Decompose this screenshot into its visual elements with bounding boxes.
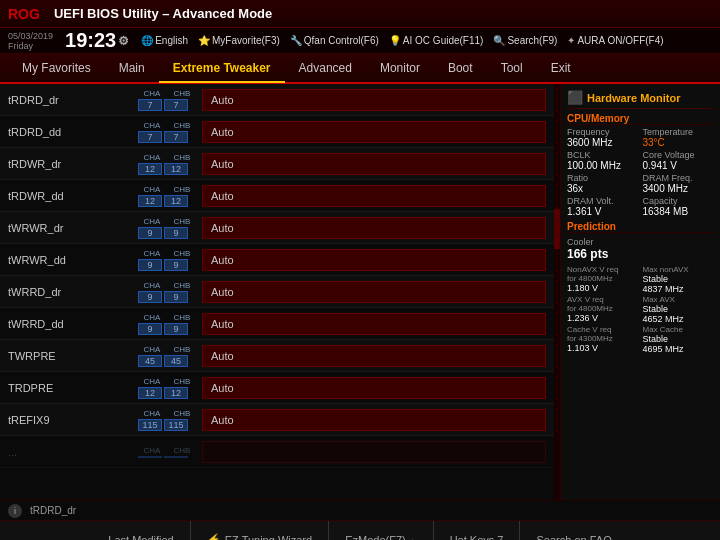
bclk-label: BCLK 100.00 MHz — [567, 150, 639, 171]
dram-freq-label: DRAM Freq. 3400 MHz — [643, 173, 715, 194]
subtitle-bar: 05/03/2019 Friday 19:23 ⚙ 🌐 English ⭐ My… — [0, 28, 720, 54]
monitor-icon: ⬛ — [567, 90, 583, 105]
setting-value[interactable]: Auto — [202, 377, 546, 399]
setting-row: TWRPRE CHA CHB 45 45 Auto — [0, 340, 554, 372]
top-bar: ROG UEFI BIOS Utility – Advanced Mode — [0, 0, 720, 28]
setting-chips: CHA CHB 9 9 — [138, 313, 196, 335]
rog-logo: ROG — [8, 6, 40, 22]
nav-menu: My Favorites Main Extreme Tweaker Advanc… — [0, 54, 720, 84]
settings-container: tRDRD_dr CHA CHB 7 7 Auto tRDRD_dd CHA C… — [0, 84, 560, 500]
gear-icon[interactable]: ⚙ — [118, 34, 129, 48]
setting-row: tWRRD_dd CHA CHB 9 9 Auto — [0, 308, 554, 340]
cha-value: 9 — [138, 259, 162, 271]
setting-row: tRDRD_dr CHA CHB 7 7 Auto — [0, 84, 554, 116]
ez-tuning-wizard-button[interactable]: ⚡ EZ Tuning Wizard — [191, 521, 329, 540]
setting-name: tWRWR_dd — [8, 254, 138, 266]
hot-keys-button[interactable]: Hot Keys 7 — [434, 521, 521, 540]
nav-main[interactable]: Main — [105, 54, 159, 82]
myfavorite-button[interactable]: ⭐ MyFavorite(F3) — [198, 35, 280, 46]
ezmode-button[interactable]: EzMode(F7)→ — [329, 521, 434, 540]
chb-value: 7 — [164, 99, 188, 111]
nav-exit[interactable]: Exit — [537, 54, 585, 82]
nav-my-favorites[interactable]: My Favorites — [8, 54, 105, 82]
hardware-monitor-panel: ⬛ Hardware Monitor CPU/Memory Frequency … — [560, 84, 720, 500]
max-cache: Max Cache Stable 4695 MHz — [643, 325, 715, 354]
cha-value: 45 — [138, 355, 162, 367]
setting-chips: CHA CHB 7 7 — [138, 121, 196, 143]
nav-extreme-tweaker[interactable]: Extreme Tweaker — [159, 55, 285, 83]
setting-value[interactable]: Auto — [202, 185, 546, 207]
setting-name: tWRRD_dr — [8, 286, 138, 298]
app-title: UEFI BIOS Utility – Advanced Mode — [54, 6, 272, 21]
chb-value: 9 — [164, 323, 188, 335]
setting-value[interactable]: Auto — [202, 249, 546, 271]
setting-row: tWRRD_dr CHA CHB 9 9 Auto — [0, 276, 554, 308]
setting-chips: CHA CHB 9 9 — [138, 217, 196, 239]
cha-value: 115 — [138, 419, 162, 431]
chb-value: 7 — [164, 131, 188, 143]
setting-row: tWRWR_dr CHA CHB 9 9 Auto — [0, 212, 554, 244]
setting-name: tRDRD_dr — [8, 94, 138, 106]
nav-boot[interactable]: Boot — [434, 54, 487, 82]
ratio-label: Ratio 36x — [567, 173, 639, 194]
chb-value: 115 — [164, 419, 188, 431]
ez-tuning-icon: ⚡ — [207, 533, 221, 540]
hardware-monitor-title: ⬛ Hardware Monitor — [567, 90, 714, 109]
setting-value[interactable]: Auto — [202, 153, 546, 175]
setting-value[interactable]: Auto — [202, 345, 546, 367]
setting-name: tRDWR_dr — [8, 158, 138, 170]
aura-button[interactable]: ✦ AURA ON/OFF(F4) — [567, 35, 663, 46]
date-text: 05/03/2019 — [8, 31, 53, 41]
status-setting-name: tRDRD_dr — [30, 505, 76, 516]
search-button[interactable]: 🔍 Search(F9) — [493, 35, 557, 46]
nonavx-req: NonAVX V req for 4800MHz 1.180 V — [567, 265, 639, 294]
settings-panel: tRDRD_dr CHA CHB 7 7 Auto tRDRD_dd CHA C… — [0, 84, 554, 500]
scrollbar[interactable] — [554, 84, 560, 500]
nav-tool[interactable]: Tool — [487, 54, 537, 82]
qfan-button[interactable]: 🔧 Qfan Control(F6) — [290, 35, 379, 46]
chb-value: 45 — [164, 355, 188, 367]
cooler-stat: Cooler 166 pts — [567, 237, 714, 261]
scrollbar-thumb[interactable] — [554, 209, 560, 249]
nav-advanced[interactable]: Advanced — [285, 54, 366, 82]
chb-value: 9 — [164, 227, 188, 239]
english-button[interactable]: 🌐 English — [141, 35, 188, 46]
setting-name: tRDWR_dd — [8, 190, 138, 202]
setting-name: tWRRD_dd — [8, 318, 138, 330]
setting-value[interactable]: Auto — [202, 217, 546, 239]
cha-value: 12 — [138, 195, 162, 207]
setting-value[interactable]: Auto — [202, 409, 546, 431]
chb-value: 12 — [164, 195, 188, 207]
search-faq-button[interactable]: Search on FAQ — [520, 521, 627, 540]
setting-chips: CHA CHB 12 12 — [138, 153, 196, 175]
setting-chips: CHA CHB 12 12 — [138, 185, 196, 207]
setting-row: tREFIX9 CHA CHB 115 115 Auto — [0, 404, 554, 436]
chb-value: 9 — [164, 291, 188, 303]
setting-chips: CHA CHB 9 9 — [138, 281, 196, 303]
setting-value[interactable]: Auto — [202, 121, 546, 143]
max-nonavx: Max nonAVX Stable 4837 MHz — [643, 265, 715, 294]
setting-value[interactable]: Auto — [202, 281, 546, 303]
cha-value: 9 — [138, 291, 162, 303]
setting-row: tWRWR_dd CHA CHB 9 9 Auto — [0, 244, 554, 276]
setting-row-partial: ... CHA CHB — [0, 436, 554, 468]
core-voltage-label: Core Voltage 0.941 V — [643, 150, 715, 171]
setting-value[interactable]: Auto — [202, 313, 546, 335]
setting-chips: CHA CHB 115 115 — [138, 409, 196, 431]
cha-value: 7 — [138, 131, 162, 143]
aioc-button[interactable]: 💡 AI OC Guide(F11) — [389, 35, 484, 46]
nav-monitor[interactable]: Monitor — [366, 54, 434, 82]
chb-value: 12 — [164, 163, 188, 175]
info-icon[interactable]: i — [8, 504, 22, 518]
cha-value: 12 — [138, 387, 162, 399]
bottom-bar: Last Modified ⚡ EZ Tuning Wizard EzMode(… — [0, 520, 720, 540]
setting-row: tRDRD_dd CHA CHB 7 7 Auto — [0, 116, 554, 148]
setting-chips: CHA CHB 45 45 — [138, 345, 196, 367]
setting-value[interactable]: Auto — [202, 89, 546, 111]
last-modified-button[interactable]: Last Modified — [92, 521, 190, 540]
prediction-section-title: Prediction — [567, 221, 714, 233]
setting-name: tWRWR_dr — [8, 222, 138, 234]
max-avx: Max AVX Stable 4652 MHz — [643, 295, 715, 324]
dram-volt-label: DRAM Volt. 1.361 V — [567, 196, 639, 217]
setting-name: tREFIX9 — [8, 414, 138, 426]
